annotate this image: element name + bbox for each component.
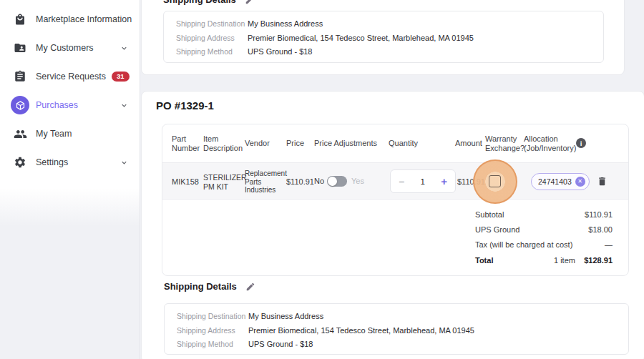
shopping-bag-icon [11,13,29,26]
col-header-warranty-exchange: Warranty Exchange? [485,134,525,153]
cell-vendor: Replacement Parts Industries [245,169,286,195]
quantity-increase-button[interactable]: + [441,175,447,187]
chevron-down-icon [120,159,128,167]
sidebar-item-marketplace-information[interactable]: Marketplace Information [0,5,140,34]
cell-item-description: STERILIZER PM KIT [203,173,242,191]
clipboard-icon [11,70,29,83]
sidebar-item-label: My Customers [36,43,94,53]
total-value: — [605,240,613,249]
shipping-details-card-top: Shipping Details Shipping Destination My… [141,0,625,75]
gear-icon [11,156,29,169]
toggle-knob [328,177,337,186]
page: Marketplace Information My Customers Ser… [0,0,644,359]
col-header-price: Price [286,139,304,148]
cell-part-number: MIK158 [172,177,199,186]
price-adjustment-no-label: No [314,177,324,185]
shipping-row: Shipping Destination My Business Address [176,17,603,31]
shipping-details-title: Shipping Details [163,0,255,5]
total-label: Subtotal [475,210,504,219]
po-title: PO #1329-1 [156,99,214,112]
shipping-row: Shipping Destination My Business Address [177,310,628,324]
people-icon [11,127,29,141]
price-adjustment-toggle[interactable] [327,176,347,187]
totals-tax: Tax (will be charged at cost) — [475,240,613,249]
total-label: Total [475,256,493,265]
sidebar-item-label: Service Requests [36,72,106,82]
shipping-row: Shipping Address Premier Biomedical, 154… [176,31,603,46]
sidebar: Marketplace Information My Customers Ser… [0,0,140,359]
quantity-stepper: − 1 + [390,169,456,193]
table-row: MIK158 STERILIZER PM KIT Replacement Par… [162,162,628,200]
total-value: $128.91 [584,256,613,265]
section-title-text: Shipping Details [164,281,237,292]
chevron-down-icon [120,44,128,52]
po-line-items-table: Part Number Item Description Vendor Pric… [162,124,629,276]
col-header-item-description: Item Description [203,134,243,153]
totals-shipping: UPS Ground $18.00 [475,225,613,234]
totals-total: Total 1 item $128.91 [475,256,613,265]
quantity-decrease-button[interactable]: − [399,176,404,187]
sidebar-item-my-customers[interactable]: My Customers [0,34,140,62]
pencil-icon[interactable] [245,0,255,5]
sidebar-item-label: My Team [36,129,72,139]
chevron-down-icon [120,102,128,109]
sidebar-item-settings[interactable]: Settings [0,148,140,177]
shipping-row-label: Shipping Destination [176,17,248,31]
remove-allocation-icon[interactable]: ✕ [575,177,585,187]
col-header-price-adjustments: Price Adjustments [314,139,377,148]
shipping-row-label: Shipping Address [176,31,248,46]
total-label: Tax (will be charged at cost) [475,240,572,249]
shipping-row-value: UPS Ground - $18 [248,338,313,352]
shipping-row-value: My Business Address [248,17,323,31]
section-title-text: Shipping Details [163,0,236,5]
shipping-row-label: Shipping Destination [177,310,248,324]
cell-price: $110.91 [286,177,314,186]
col-header-amount: Amount [455,139,482,148]
col-header-quantity: Quantity [389,139,418,148]
sidebar-item-purchases[interactable]: Purchases [0,91,140,119]
total-label: UPS Ground [475,225,519,234]
shipping-row-value: UPS Ground - $18 [248,45,313,59]
warranty-exchange-checkbox[interactable] [489,175,501,187]
shipping-row-label: Shipping Method [177,338,248,352]
sidebar-item-service-requests[interactable]: Service Requests 31 [0,62,140,91]
shipping-row-value: Premier Biomedical, 154 Tedesco Street, … [248,31,474,46]
allocation-value: 24741403 [538,177,572,186]
quantity-value: 1 [421,177,425,186]
shipping-row: Shipping Method UPS Ground - $18 [177,338,628,352]
shipping-info-box: Shipping Destination My Business Address… [164,303,629,355]
shipping-details-title: Shipping Details [164,281,255,292]
service-requests-count-badge: 31 [112,72,130,82]
shipping-row-label: Shipping Method [176,45,248,59]
cube-icon [11,96,29,114]
shipping-row-value: My Business Address [248,310,323,324]
sidebar-item-my-team[interactable]: My Team [0,119,140,148]
shipping-row-label: Shipping Address [177,324,248,338]
total-item-count: 1 item [554,256,575,265]
shipping-info-box: Shipping Destination My Business Address… [163,11,604,63]
delete-row-icon[interactable] [597,175,608,187]
col-header-part-number: Part Number [172,134,200,153]
col-header-allocation: Allocation (Job/Inventory) [524,134,576,153]
total-value: $110.91 [585,210,613,219]
shipping-row: Shipping Address Premier Biomedical, 154… [177,324,628,338]
total-value: $18.00 [588,225,613,234]
sidebar-item-label: Marketplace Information [36,14,132,24]
totals-subtotal: Subtotal $110.91 [475,210,613,219]
sidebar-item-label: Purchases [36,100,78,110]
info-icon[interactable]: i [576,138,586,148]
po-card: PO #1329-1 Part Number Item Description … [141,91,644,359]
col-header-vendor: Vendor [245,139,270,148]
pencil-icon[interactable] [245,282,255,292]
sidebar-item-label: Settings [36,157,68,167]
allocation-chip: 24741403 ✕ [531,173,590,190]
price-adjustment-yes-label: Yes [351,177,364,185]
shipping-row: Shipping Method UPS Ground - $18 [176,45,603,59]
folder-user-icon [11,41,29,54]
shipping-row-value: Premier Biomedical, 154 Tedesco Street, … [248,324,474,338]
